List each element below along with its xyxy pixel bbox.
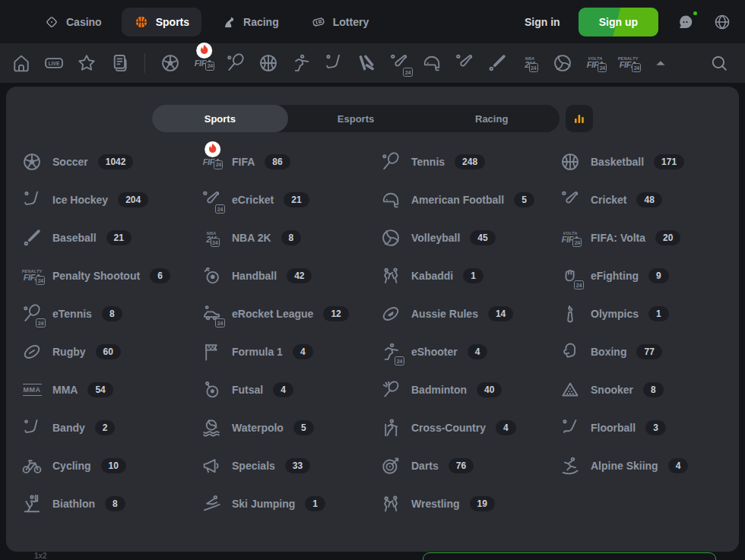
sport-label: Aussie Rules xyxy=(411,308,478,320)
sport-label: Badminton xyxy=(411,384,467,396)
sport-count-badge: 19 xyxy=(470,496,495,511)
sport-item-bandy[interactable]: Bandy2 xyxy=(21,417,201,438)
fifa-volta-icon: VOLTAFIFA24 xyxy=(585,52,606,74)
sport-item-ski-jumping[interactable]: Ski Jumping1 xyxy=(201,493,380,514)
tab-racing[interactable]: Racing xyxy=(423,105,560,132)
sport-item-tennis[interactable]: Tennis248 xyxy=(380,151,560,172)
nav-item-sports[interactable]: Sports xyxy=(122,8,201,36)
penalty-fifa-icon: PENALTYFIFA24 xyxy=(21,265,43,286)
sign-up-button[interactable]: Sign up xyxy=(579,8,658,36)
sport-item-mma[interactable]: MMAMMA54 xyxy=(21,379,201,400)
sport-item-cycling[interactable]: Cycling10 xyxy=(21,455,201,476)
toolbar-item-cricket[interactable] xyxy=(454,52,475,74)
bandy-icon xyxy=(21,417,43,438)
sport-item-basketball[interactable]: Basketball171 xyxy=(560,151,739,172)
sport-item-floorball[interactable]: Floorball3 xyxy=(560,417,739,438)
toolbar-item-live[interactable]: LIVE xyxy=(43,52,65,74)
top-navbar: CasinoSportsRacingLottery Sign in Sign u… xyxy=(0,0,745,43)
sport-label: Tennis xyxy=(411,156,445,168)
torch-icon xyxy=(560,303,581,324)
sign-in-link[interactable]: Sign in xyxy=(525,16,560,28)
sport-item-rugby[interactable]: Rugby60 xyxy=(21,341,201,362)
sport-item-aussie-rules[interactable]: Aussie Rules14 xyxy=(380,303,560,324)
toolbar-item-stripes-league[interactable] xyxy=(356,52,377,74)
sport-item-nba-2k[interactable]: NBA2K24NBA 2K8 xyxy=(201,227,380,248)
sport-label: Biathlon xyxy=(52,498,95,510)
chat-icon[interactable] xyxy=(677,13,695,31)
toolbar-item-ice-hockey[interactable] xyxy=(323,52,344,74)
sport-item-biathlon[interactable]: Biathlon8 xyxy=(21,493,201,514)
sport-count-badge: 1042 xyxy=(98,154,134,169)
main-nav: CasinoSportsRacingLottery xyxy=(32,8,381,36)
sport-item-darts[interactable]: Darts76 xyxy=(380,455,560,476)
sport-item-baseball[interactable]: Baseball21 xyxy=(21,227,201,248)
sport-item-ice-hockey[interactable]: Ice Hockey204 xyxy=(21,189,201,210)
toolbar-item-volleyball[interactable] xyxy=(552,52,573,74)
sport-item-kabaddi[interactable]: Kabaddi1 xyxy=(380,265,560,286)
language-globe-icon[interactable] xyxy=(713,13,731,31)
toolbar-item-home[interactable] xyxy=(11,52,32,74)
search-icon[interactable] xyxy=(709,52,730,74)
sport-item-cross-country[interactable]: Cross-Country4 xyxy=(380,417,560,438)
toolbar-item-american-football[interactable] xyxy=(421,52,442,74)
sport-item-etennis[interactable]: 24eTennis8 xyxy=(21,303,201,324)
tab-sports[interactable]: Sports xyxy=(152,105,288,132)
toolbar-item-ecricket[interactable]: 24 xyxy=(388,52,410,74)
sport-count-badge: 45 xyxy=(470,230,495,245)
nav-item-racing[interactable]: Racing xyxy=(209,8,291,36)
sport-item-ecricket[interactable]: 24eCricket21 xyxy=(201,189,380,210)
sport-count-badge: 1 xyxy=(463,268,483,283)
eshooter-icon: 24 xyxy=(380,341,401,362)
toolbar-item-betslips[interactable] xyxy=(109,52,130,74)
tab-esports[interactable]: Esports xyxy=(288,105,424,132)
toolbar-item-favorites[interactable] xyxy=(76,52,97,74)
toolbar-item-eshooter[interactable] xyxy=(290,52,312,74)
toolbar-item-tennis[interactable] xyxy=(225,52,246,74)
tennis-icon xyxy=(380,151,401,172)
sport-item-eshooter[interactable]: 24eShooter4 xyxy=(380,341,560,362)
sport-item-olympics[interactable]: Olympics1 xyxy=(560,303,739,324)
sport-item-wrestling[interactable]: Wrestling19 xyxy=(380,493,560,514)
statistics-button[interactable] xyxy=(566,105,593,132)
show-more-button-fragment[interactable] xyxy=(423,552,716,560)
toolbar-item-fifa[interactable]: FIFA24 xyxy=(192,52,214,74)
nav-item-lottery[interactable]: Lottery xyxy=(299,8,381,36)
toolbar-item-penalty-fifa[interactable]: PENALTYFIFA24 xyxy=(617,52,639,74)
ice-hockey-icon xyxy=(323,52,344,74)
nav-item-label: Lottery xyxy=(333,16,369,28)
toolbar-item-fifa-volta[interactable]: VOLTAFIFA24 xyxy=(585,52,606,74)
sport-item-handball[interactable]: Handball42 xyxy=(201,265,380,286)
toolbar-item-baseball[interactable] xyxy=(487,52,508,74)
sport-item-badminton[interactable]: Badminton40 xyxy=(380,379,560,400)
topnav-right: Sign in Sign up xyxy=(525,8,731,36)
sport-item-fifa-volta[interactable]: VOLTAFIFA24FIFA: Volta20 xyxy=(560,227,739,248)
sport-item-boxing[interactable]: Boxing77 xyxy=(560,341,739,362)
sport-item-formula-1[interactable]: Formula 14 xyxy=(201,341,380,362)
sport-item-american-football[interactable]: American Football5 xyxy=(380,189,560,210)
skijump-icon xyxy=(201,493,222,514)
toolbar-item-collapse[interactable] xyxy=(650,52,671,74)
tabs-row: SportsEsportsRacing xyxy=(6,105,739,132)
sport-item-specials[interactable]: Specials33 xyxy=(201,455,380,476)
sport-item-alpine-skiing[interactable]: Alpine Skiing4 xyxy=(560,455,739,476)
sport-item-penalty-shootout[interactable]: PENALTYFIFA24Penalty Shootout6 xyxy=(21,265,201,286)
sport-count-badge: 8 xyxy=(105,496,125,511)
sport-item-soccer[interactable]: Soccer1042 xyxy=(21,151,201,172)
sport-item-volleyball[interactable]: Volleyball45 xyxy=(380,227,560,248)
sport-item-erocket-league[interactable]: 24eRocket League12 xyxy=(201,303,380,324)
sport-item-fifa[interactable]: FIFA24FIFA86 xyxy=(201,151,380,172)
aussie-icon xyxy=(380,303,401,324)
sport-item-snooker[interactable]: Snooker8 xyxy=(560,379,739,400)
sport-count-badge: 48 xyxy=(636,192,661,207)
sport-item-waterpolo[interactable]: Waterpolo5 xyxy=(201,417,380,438)
fist-icon: 24 xyxy=(560,265,581,286)
sport-item-futsal[interactable]: Futsal4 xyxy=(201,379,380,400)
toolbar-item-soccer[interactable] xyxy=(160,52,181,74)
glove-icon xyxy=(560,341,581,362)
toolbar-item-nba2k[interactable]: NBA2K24 xyxy=(519,52,541,74)
toolbar-item-basketball[interactable] xyxy=(258,52,279,74)
sport-item-efighting[interactable]: 24eFighting9 xyxy=(560,265,739,286)
sport-item-cricket[interactable]: Cricket48 xyxy=(560,189,739,210)
nba2k-icon: NBA2K24 xyxy=(201,227,222,248)
nav-item-casino[interactable]: Casino xyxy=(32,8,114,36)
